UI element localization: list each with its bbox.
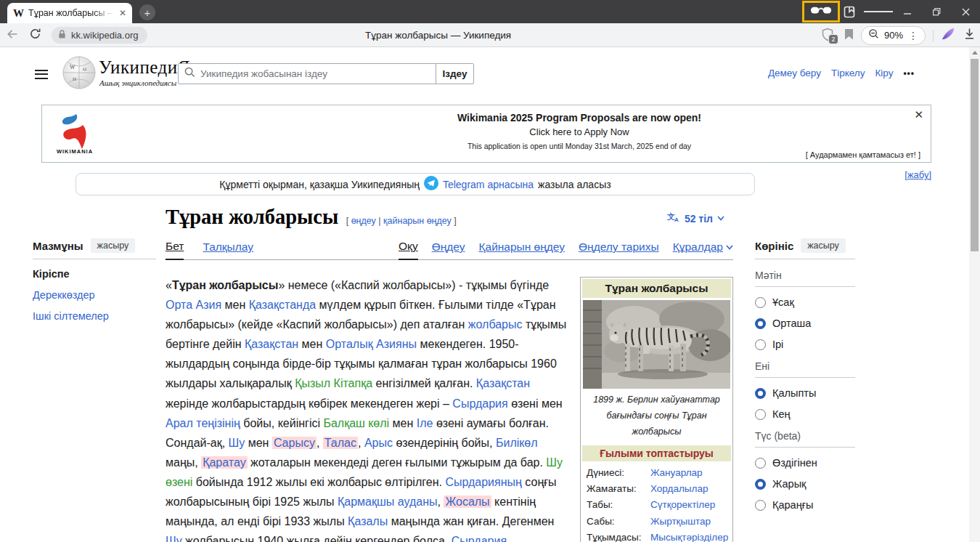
tiger-photo[interactable] xyxy=(583,300,730,389)
article-link[interactable]: Билікөл xyxy=(496,437,538,449)
tab-Құралдар[interactable]: Құралдар xyxy=(673,240,733,260)
article-link[interactable]: Балқаш көлі xyxy=(323,417,389,429)
back-icon[interactable] xyxy=(6,28,19,44)
radio-button[interactable] xyxy=(755,479,766,490)
toc-link[interactable]: Дереккөздер xyxy=(33,289,95,301)
appearance-hide-button[interactable]: жасыру xyxy=(801,238,846,253)
login-link[interactable]: Кіру xyxy=(875,68,893,78)
article-link[interactable]: Орталық Азияны xyxy=(326,338,417,350)
toc-link[interactable]: Ішкі сілтемелер xyxy=(33,310,109,322)
radio-option[interactable]: Ұсақ xyxy=(755,296,855,308)
article-link[interactable]: Арал теңізінің xyxy=(166,417,240,429)
article-link[interactable]: жолбарыс xyxy=(468,318,523,331)
toc-item[interactable]: Дереккөздер xyxy=(33,288,156,302)
restore-button[interactable] xyxy=(922,0,951,23)
article-link[interactable]: Қаратау xyxy=(201,456,248,469)
tab-Оқу[interactable]: Оқу xyxy=(399,240,418,260)
dismiss-telegram-link[interactable]: [жабу] xyxy=(905,169,931,180)
more-options-icon[interactable]: ••• xyxy=(903,68,915,78)
register-link[interactable]: Тіркелу xyxy=(831,68,865,78)
toc-hide-button[interactable]: жасыру xyxy=(91,238,136,253)
radio-option[interactable]: Қараңғы xyxy=(755,499,855,511)
highlighter-pen-icon[interactable] xyxy=(941,26,956,44)
toc-item[interactable]: Кіріспе xyxy=(33,267,156,281)
radio-option[interactable]: Өздігінен xyxy=(755,457,855,469)
edit-link[interactable]: өңдеу xyxy=(351,216,376,226)
url-field[interactable]: kk.wikipedia.org xyxy=(52,27,147,44)
search-button[interactable]: Іздеу xyxy=(436,63,474,84)
radio-option[interactable]: Орташа xyxy=(755,317,855,329)
toc-item[interactable]: Ішкі сілтемелер xyxy=(33,309,156,323)
telegram-banner[interactable]: Құрметті оқырман, қазақша Уикипедияның T… xyxy=(75,173,755,195)
article-link[interactable]: Қазақстан xyxy=(476,377,530,389)
wiki-menu-icon[interactable] xyxy=(35,67,48,81)
zoom-control[interactable]: 90% ⋮ xyxy=(861,26,926,45)
tab-Өңделу тарихы[interactable]: Өңделу тарихы xyxy=(579,240,659,260)
wikimania-banner[interactable]: WIKIMANIA Wikimania 2025 Program Proposa… xyxy=(41,105,931,163)
article-link[interactable]: Арыс xyxy=(364,437,393,449)
radio-option[interactable]: Жарық xyxy=(755,478,855,490)
scrollbar-thumb[interactable] xyxy=(971,59,979,251)
radio-button[interactable] xyxy=(755,388,766,399)
tab-close-icon[interactable]: ✕ xyxy=(119,8,126,18)
tab-Бет[interactable]: Бет xyxy=(166,240,184,260)
donate-link[interactable]: Демеу беру xyxy=(768,68,821,78)
tab-Өңдеу[interactable]: Өңдеу xyxy=(432,240,465,260)
telegram-channel-link[interactable]: Telegram арнасына xyxy=(443,179,534,190)
article-link[interactable]: Сырдария xyxy=(452,397,507,410)
article-link[interactable]: Іле xyxy=(417,417,433,429)
minimize-button[interactable] xyxy=(893,0,922,23)
taxon-link[interactable]: Сүтқоректілер xyxy=(650,499,715,510)
radio-button[interactable] xyxy=(755,297,766,308)
lock-icon[interactable] xyxy=(57,29,67,42)
radio-option[interactable]: Қалыпты xyxy=(755,387,855,399)
new-tab-button[interactable]: + xyxy=(139,4,155,20)
article-link[interactable]: Шу xyxy=(229,437,245,449)
taxon-link[interactable]: Жануарлар xyxy=(650,467,703,478)
radio-button[interactable] xyxy=(755,500,766,511)
taxon-link[interactable]: Хордалылар xyxy=(650,483,708,494)
article-link[interactable]: Шу xyxy=(166,535,182,542)
article-link[interactable]: Қармақшы ауданы xyxy=(338,496,438,508)
radio-button[interactable] xyxy=(755,458,766,469)
protect-shield-icon[interactable]: 2 xyxy=(821,28,837,44)
article-link[interactable]: Қазақстан xyxy=(245,338,298,350)
radio-option[interactable]: Кең xyxy=(755,408,855,420)
radio-button[interactable] xyxy=(755,339,766,350)
download-icon[interactable] xyxy=(963,28,976,43)
article-link[interactable]: Қызыл Кітапқа xyxy=(295,377,372,389)
close-window-button[interactable] xyxy=(951,0,980,23)
article-link[interactable]: Қазалы xyxy=(348,515,388,527)
article-link[interactable]: Сарысу xyxy=(272,437,317,449)
article-link[interactable]: Орта Азия xyxy=(166,299,221,311)
radio-button[interactable] xyxy=(755,409,766,420)
radio-option[interactable]: Ірі xyxy=(755,339,855,350)
taxon-link[interactable]: Жыртқыштар xyxy=(650,516,711,527)
article-link[interactable]: Жосалы xyxy=(444,496,491,508)
article-link[interactable]: Сырдарияның xyxy=(445,476,522,488)
language-selector[interactable]: 文A 52 тіл xyxy=(667,211,724,225)
article-link[interactable]: Талас xyxy=(323,437,358,449)
browser-tab[interactable]: W Тұран жолбарысы — Уи ✕ xyxy=(7,3,132,23)
collections-icon[interactable] xyxy=(835,0,864,23)
tab-Қайнарын өңдеу[interactable]: Қайнарын өңдеу xyxy=(479,240,565,260)
scrollbar-up-arrow[interactable] xyxy=(972,51,978,54)
reload-icon[interactable] xyxy=(29,28,41,43)
search-input[interactable]: Уикипедия жобасынан іздеу xyxy=(178,63,436,84)
zoom-menu-icon[interactable]: ⋮ xyxy=(908,30,918,41)
wikipedia-logo[interactable]: W Ω И xyxy=(62,56,96,92)
bookmark-icon[interactable] xyxy=(844,28,854,43)
browser-menu-icon[interactable] xyxy=(864,0,893,23)
scrollbar[interactable] xyxy=(969,47,980,542)
reader-glasses-icon[interactable] xyxy=(810,5,832,19)
article-link[interactable]: Сырдария xyxy=(452,535,507,542)
radio-button[interactable] xyxy=(755,318,766,329)
banner-translate-note[interactable]: [ Аудармамен қамтамасыз ет! ] xyxy=(806,150,920,159)
edit-source-link[interactable]: қайнарын өңдеу xyxy=(383,216,452,226)
zoom-out-icon[interactable] xyxy=(868,28,879,42)
taxon-link[interactable]: Мысықтәрізділер xyxy=(650,532,728,542)
article-link[interactable]: Қазақстанда xyxy=(249,299,316,311)
tab-Талқылау[interactable]: Талқылау xyxy=(203,240,253,260)
banner-close-icon[interactable]: ✕ xyxy=(914,108,923,121)
banner-cta[interactable]: Click here to Apply Now xyxy=(260,126,899,137)
